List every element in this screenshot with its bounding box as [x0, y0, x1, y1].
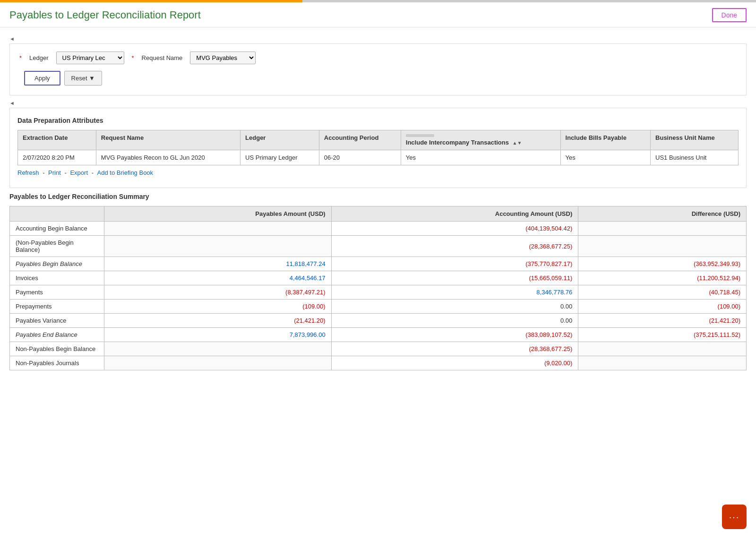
summary-accounting-value: (28,368,677.25) — [331, 342, 578, 356]
summary-difference-value: (11,200,512.94) — [578, 271, 747, 285]
cell-accounting-period: 06-20 — [319, 150, 401, 165]
summary-row: Non-Payables Begin Balance(28,368,677.25… — [10, 342, 747, 356]
summary-row-label: Prepayments — [10, 300, 104, 314]
summary-row-label: Payables End Balance — [10, 328, 104, 342]
summary-difference-value — [578, 236, 747, 257]
sort-arrows[interactable]: ▲▼ — [513, 140, 522, 146]
col-difference: Difference (USD) — [578, 206, 747, 222]
summary-row-label: Non-Payables Begin Balance — [10, 342, 104, 356]
summary-payables-value: (8,387,497.21) — [104, 285, 332, 300]
summary-accounting-value: (15,665,059.11) — [331, 271, 578, 285]
collapse-arrow-1[interactable]: ◄ — [9, 36, 747, 42]
page-header: Payables to Ledger Reconciliation Report… — [0, 2, 756, 27]
sep-1: - — [43, 169, 46, 176]
request-name-select[interactable]: MVG Payables — [190, 51, 256, 64]
filter-buttons: Apply Reset ▼ — [24, 71, 737, 86]
summary-difference-value: (21,421.20) — [578, 314, 747, 328]
export-link[interactable]: Export — [70, 169, 88, 176]
resize-handle[interactable] — [406, 134, 434, 137]
summary-payables-value — [104, 222, 332, 236]
summary-accounting-value: (375,770,827.17) — [331, 257, 578, 271]
col-business-unit: Business Unit Name — [651, 130, 739, 150]
collapse-arrow-2[interactable]: ◄ — [9, 100, 747, 106]
col-row-label — [10, 206, 104, 222]
summary-accounting-value: 0.00 — [331, 300, 578, 314]
summary-payables-value: 7,873,996.00 — [104, 328, 332, 342]
summary-row: Accounting Begin Balance(404,139,504.42) — [10, 222, 747, 236]
apply-button[interactable]: Apply — [24, 71, 60, 86]
summary-difference-value: (40,718.45) — [578, 285, 747, 300]
summary-payables-value: 11,818,477.24 — [104, 257, 332, 271]
ledger-asterisk: * — [19, 54, 22, 61]
cell-ledger: US Primary Ledger — [241, 150, 319, 165]
filter-row: * Ledger US Primary Lec * Request Name M… — [19, 51, 737, 64]
table-row: 2/07/2020 8:20 PM MVG Payables Recon to … — [18, 150, 739, 165]
summary-payables-value — [104, 236, 332, 257]
print-link[interactable]: Print — [48, 169, 61, 176]
request-name-label: Request Name — [142, 54, 183, 61]
summary-row: Prepayments(109.00)0.00(109.00) — [10, 300, 747, 314]
col-payables-amount: Payables Amount (USD) — [104, 206, 332, 222]
summary-accounting-value: 0.00 — [331, 314, 578, 328]
summary-row: Non-Payables Journals(9,020.00) — [10, 356, 747, 370]
summary-row: Payables End Balance7,873,996.00(383,089… — [10, 328, 747, 342]
summary-title: Payables to Ledger Reconciliation Summar… — [9, 193, 747, 200]
col-include-intercompany: Include Intercompany Transactions ▲▼ — [401, 130, 560, 150]
summary-difference-value — [578, 222, 747, 236]
summary-row: Payables Begin Balance11,818,477.24(375,… — [10, 257, 747, 271]
summary-row: Invoices4,464,546.17(15,665,059.11)(11,2… — [10, 271, 747, 285]
summary-difference-value: (375,215,111.52) — [578, 328, 747, 342]
add-to-briefing-book-link[interactable]: Add to Briefing Book — [97, 169, 154, 176]
summary-payables-value — [104, 356, 332, 370]
summary-difference-value — [578, 342, 747, 356]
summary-accounting-value: (404,139,504.42) — [331, 222, 578, 236]
data-preparation-section: Data Preparation Attributes Extraction D… — [9, 108, 747, 188]
summary-header-row: Payables Amount (USD) Accounting Amount … — [10, 206, 747, 222]
request-asterisk: * — [132, 54, 134, 61]
summary-row-label: Invoices — [10, 271, 104, 285]
summary-difference-value: (109.00) — [578, 300, 747, 314]
summary-difference-value — [578, 356, 747, 370]
col-extraction-date: Extraction Date — [18, 130, 96, 150]
summary-row-label: Payments — [10, 285, 104, 300]
col-accounting-amount: Accounting Amount (USD) — [331, 206, 578, 222]
summary-section: Payables to Ledger Reconciliation Summar… — [9, 193, 747, 370]
col-ledger: Ledger — [241, 130, 319, 150]
data-preparation-title: Data Preparation Attributes — [17, 117, 739, 124]
sep-3: - — [92, 169, 95, 176]
main-content: ◄ * Ledger US Primary Lec * Request Name… — [0, 27, 756, 375]
cell-intercompany: Yes — [401, 150, 560, 165]
summary-payables-value — [104, 342, 332, 356]
action-links: Refresh - Print - Export - Add to Briefi… — [17, 169, 739, 176]
reset-button[interactable]: Reset ▼ — [64, 71, 102, 86]
data-preparation-table: Extraction Date Request Name Ledger Acco… — [17, 130, 739, 165]
summary-accounting-value: (383,089,107.52) — [331, 328, 578, 342]
cell-request-name: MVG Payables Recon to GL Jun 2020 — [96, 150, 240, 165]
summary-row: Payments(8,387,497.21)8,346,778.76(40,71… — [10, 285, 747, 300]
cell-bills-payable: Yes — [560, 150, 650, 165]
cell-business-unit: US1 Business Unit — [651, 150, 739, 165]
summary-payables-value: (21,421.20) — [104, 314, 332, 328]
summary-row-label: (Non-Payables Begin Balance) — [10, 236, 104, 257]
summary-row-label: Non-Payables Journals — [10, 356, 104, 370]
summary-payables-value: 4,464,546.17 — [104, 271, 332, 285]
filter-panel: * Ledger US Primary Lec * Request Name M… — [9, 43, 747, 95]
summary-accounting-value: (28,368,677.25) — [331, 236, 578, 257]
done-button[interactable]: Done — [712, 8, 747, 22]
col-accounting-period: Accounting Period — [319, 130, 401, 150]
cell-extraction-date: 2/07/2020 8:20 PM — [18, 150, 96, 165]
sep-2: - — [64, 169, 68, 176]
summary-accounting-value: 8,346,778.76 — [331, 285, 578, 300]
summary-table: Payables Amount (USD) Accounting Amount … — [9, 206, 747, 370]
summary-payables-value: (109.00) — [104, 300, 332, 314]
summary-row-label: Accounting Begin Balance — [10, 222, 104, 236]
refresh-link[interactable]: Refresh — [17, 169, 39, 176]
summary-difference-value: (363,952,349.93) — [578, 257, 747, 271]
ledger-select[interactable]: US Primary Lec — [56, 51, 124, 64]
ledger-label: Ledger — [29, 54, 48, 61]
summary-accounting-value: (9,020.00) — [331, 356, 578, 370]
col-request-name: Request Name — [96, 130, 240, 150]
summary-row: Payables Variance(21,421.20)0.00(21,421.… — [10, 314, 747, 328]
col-include-bills: Include Bills Payable — [560, 130, 650, 150]
table-header-row: Extraction Date Request Name Ledger Acco… — [18, 130, 739, 150]
